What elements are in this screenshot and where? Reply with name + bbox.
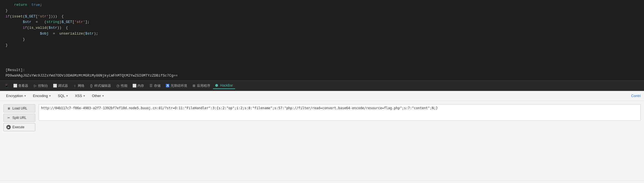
devtools-toolbar: 📱 ⬜ 查看器 ▷ 控制台 ⬜ 调试器 ↕ 网络 {} 样式编辑器 ◷ 性能 ⬜… (0, 80, 644, 91)
xss-menu[interactable]: XSS ▼ (72, 93, 88, 99)
network-icon: ↕ (73, 84, 77, 88)
hackbar-dot-icon (215, 84, 218, 87)
style-editor-tab[interactable]: {} 样式编辑器 (87, 82, 113, 89)
accessibility-icon: ♿ (166, 84, 169, 88)
result-value: PD9waHAgJGZsYWc9J2ZsYWd7ODViODA0MzMtMGRi… (6, 73, 638, 79)
hackbar-sidebar: 🖥 Load URL ✂ Split URL ▶ Execute (0, 103, 39, 181)
debugger-icon: ⬜ (53, 84, 57, 88)
debugger-label: 调试器 (58, 83, 68, 88)
hackbar-checkboxes-row: Post data Referer User Agent Cookies Cle… (0, 181, 644, 183)
memory-tab[interactable]: ⬜ 内存 (130, 82, 146, 89)
network-label: 网络 (78, 83, 84, 88)
application-icon: ⊞ (192, 84, 196, 88)
performance-icon: ◷ (116, 84, 120, 88)
code-line: } (6, 8, 638, 14)
hackbar-panel: Encryption ▼ Encoding ▼ SQL ▼ XSS ▼ Othe… (0, 91, 644, 183)
encoding-menu[interactable]: Encoding ▼ (30, 93, 54, 99)
inspector-label: 查看器 (18, 83, 28, 88)
execute-button[interactable]: ▶ Execute (3, 123, 35, 131)
responsive-icon: 📱 (4, 84, 8, 88)
code-line: $str = (string)$_GET['str']; (6, 19, 638, 25)
sql-menu[interactable]: SQL ▼ (55, 93, 71, 99)
hackbar-tab[interactable]: HackBar (213, 82, 235, 89)
encoding-caret-icon: ▼ (49, 95, 51, 97)
storage-icon: ☰ (149, 84, 153, 88)
performance-label: 性能 (121, 83, 127, 88)
hackbar-menubar: Encryption ▼ Encoding ▼ SQL ▼ XSS ▼ Othe… (0, 91, 644, 101)
encoding-label: Encoding (33, 94, 48, 98)
sql-caret-icon: ▼ (66, 95, 68, 97)
console-label: 控制台 (38, 83, 48, 88)
inspector-icon: ⬜ (13, 84, 17, 88)
contrib-label: Contri (631, 94, 641, 98)
url-input[interactable] (39, 104, 641, 121)
inspector-tab[interactable]: ⬜ 查看器 (11, 82, 30, 89)
hackbar-tab-label: HackBar (220, 83, 233, 87)
code-line: if(is_valid($str)) { (6, 25, 638, 31)
memory-icon: ⬜ (132, 84, 136, 88)
console-icon: ▷ (33, 84, 37, 88)
other-caret-icon: ▼ (102, 95, 104, 97)
sql-label: SQL (58, 94, 65, 98)
accessibility-tab[interactable]: ♿ 无障碍环境 (163, 82, 189, 89)
console-tab[interactable]: ▷ 控制台 (31, 82, 50, 89)
performance-tab[interactable]: ◷ 性能 (114, 82, 130, 89)
other-menu[interactable]: Other ▼ (89, 93, 107, 99)
storage-tab[interactable]: ☰ 存储 (147, 82, 163, 89)
encryption-menu[interactable]: Encryption ▼ (3, 93, 29, 99)
responsive-tab[interactable]: 📱 (2, 83, 10, 89)
load-url-button[interactable]: 🖥 Load URL (3, 104, 35, 113)
application-tab[interactable]: ⊞ 应用程序 (190, 82, 212, 89)
encryption-caret-icon: ▼ (24, 95, 26, 97)
application-label: 应用程序 (197, 83, 210, 88)
other-label: Other (92, 94, 101, 98)
encryption-label: Encryption (6, 94, 23, 98)
load-url-icon: 🖥 (6, 106, 11, 111)
code-line: if(isset($_GET['str']))) { (6, 14, 638, 20)
split-url-button[interactable]: ✂ Split URL (3, 114, 35, 122)
code-line: } (6, 37, 638, 43)
style-editor-icon: {} (89, 84, 93, 88)
split-url-label: Split URL (12, 116, 26, 120)
execute-play-icon: ▶ (6, 125, 11, 129)
code-line: } (6, 43, 638, 48)
hackbar-main: 🖥 Load URL ✂ Split URL ▶ Execute (0, 101, 644, 181)
hackbar-url-area (39, 103, 644, 181)
code-line: $obj = unserialize($str); (6, 31, 638, 37)
load-url-label: Load URL (12, 106, 27, 110)
split-url-icon: ✂ (6, 116, 11, 120)
storage-label: 存储 (154, 83, 161, 88)
style-editor-label: 样式编辑器 (94, 83, 111, 88)
xss-caret-icon: ▼ (83, 95, 85, 97)
code-line: return true; (6, 2, 638, 8)
accessibility-label: 无障碍环境 (171, 83, 187, 88)
result-area: [Result]: PD9waHAgJGZsYWc9J2ZsYWd7ODViOD… (0, 66, 644, 80)
debugger-tab[interactable]: ⬜ 调试器 (51, 82, 70, 89)
execute-label: Execute (12, 125, 24, 129)
memory-label: 内存 (137, 83, 144, 88)
xss-label: XSS (75, 94, 82, 98)
code-area: return true; } if(isset($_GET['str']))) … (0, 0, 644, 66)
network-tab[interactable]: ↕ 网络 (71, 82, 87, 89)
contrib-link[interactable]: Contri (631, 94, 641, 98)
result-label: [Result]: (6, 67, 638, 73)
